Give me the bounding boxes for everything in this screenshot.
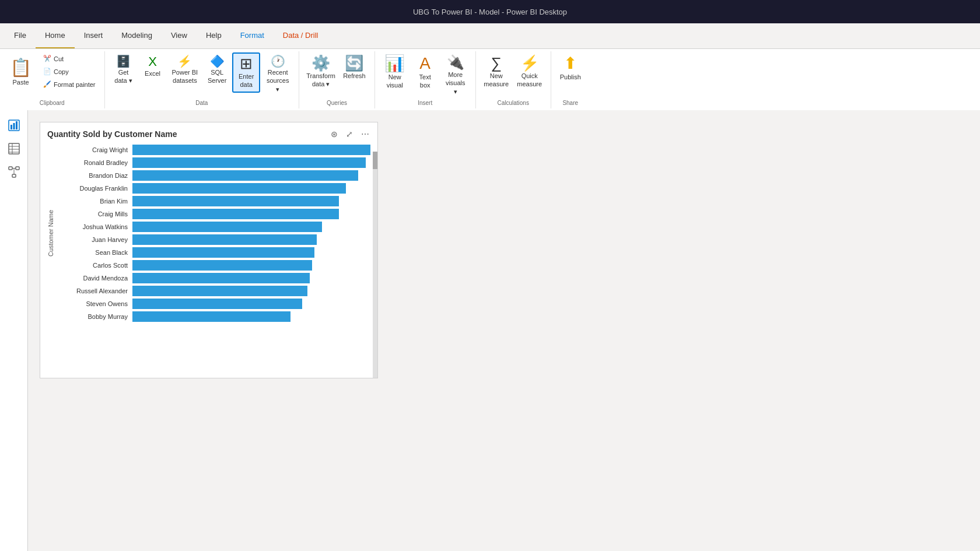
queries-items: ⚙️ Transformdata ▾ 🔄 Refresh	[304, 52, 370, 99]
excel-button[interactable]: X Excel	[139, 52, 167, 80]
sql-label: SQLServer	[208, 68, 226, 85]
text-box-button[interactable]: A Textbox	[411, 52, 439, 93]
scroll-thumb[interactable]	[373, 152, 377, 169]
bar-row: David Mendoza	[57, 273, 370, 283]
queries-group-label: Queries	[304, 99, 370, 107]
power-bi-datasets-button[interactable]: ⚡ Power BIdatasets	[168, 52, 202, 88]
paste-label: Paste	[12, 79, 29, 86]
menu-format[interactable]: Format	[231, 23, 274, 48]
publish-icon: ⬆	[564, 55, 577, 72]
clipboard-stack: ✂️ Cut 📄 Copy 🖌️ Format painter	[39, 52, 100, 90]
bar-row: Juan Harvey	[57, 234, 370, 245]
share-items: ⬆ Publish	[556, 52, 585, 99]
publish-button[interactable]: ⬆ Publish	[556, 52, 585, 84]
menu-data-drill[interactable]: Data / Drill	[274, 23, 328, 48]
chart-scrollbar[interactable]	[373, 152, 377, 378]
format-painter-icon: 🖌️	[43, 80, 51, 88]
bar-track	[132, 222, 370, 232]
sql-server-button[interactable]: 🔷 SQLServer	[203, 52, 231, 88]
filter-icon[interactable]: ⊛	[328, 128, 340, 140]
sql-icon: 🔷	[210, 55, 225, 67]
transform-data-button[interactable]: ⚙️ Transformdata ▾	[304, 52, 338, 92]
enter-data-label: Enterdata	[239, 72, 254, 89]
get-data-label: Getdata ▾	[114, 68, 132, 85]
recent-sources-label: Recentsources ▾	[265, 68, 290, 93]
sidebar-report[interactable]	[4, 115, 24, 136]
ribbon: 📋 Paste ✂️ Cut 📄 Copy 🖌️	[0, 49, 980, 111]
chart-title: Quantity Sold by Customer Name	[47, 129, 370, 139]
refresh-button[interactable]: 🔄 Refresh	[339, 52, 370, 83]
menu-home[interactable]: Home	[36, 23, 75, 48]
ribbon-group-queries: ⚙️ Transformdata ▾ 🔄 Refresh Queries	[299, 51, 375, 108]
new-visual-button[interactable]: 📊 New visual	[380, 52, 410, 93]
bar-label: Brandon Diaz	[57, 172, 132, 179]
svg-rect-11	[12, 174, 16, 177]
recent-sources-button[interactable]: 🕐 Recentsources ▾	[261, 52, 294, 96]
more-visuals-icon: 🔌	[447, 55, 464, 69]
quick-measure-icon: ⚡	[520, 55, 539, 71]
cut-button[interactable]: ✂️ Cut	[39, 52, 100, 65]
transform-data-label: Transformdata ▾	[306, 72, 335, 89]
new-measure-button[interactable]: ∑ Newmeasure	[481, 52, 512, 92]
bar-fill	[132, 145, 370, 155]
insert-group-label: Insert	[380, 99, 471, 107]
menu-file[interactable]: File	[5, 23, 36, 48]
bar-fill	[132, 247, 314, 258]
bar-fill	[132, 273, 310, 283]
sidebar-model[interactable]	[4, 162, 24, 183]
bar-row: Steven Owens	[57, 299, 370, 309]
bar-fill	[132, 234, 317, 245]
bar-track	[132, 273, 370, 283]
new-measure-label: Newmeasure	[484, 72, 509, 89]
transform-icon: ⚙️	[312, 55, 330, 71]
more-visuals-button[interactable]: 🔌 Morevisuals ▾	[440, 52, 471, 99]
enter-data-icon: ⊞	[240, 56, 253, 71]
bar-track	[132, 299, 370, 309]
svg-rect-3	[16, 121, 18, 129]
copy-button[interactable]: 📄 Copy	[39, 65, 100, 78]
focus-icon[interactable]: ⤢	[344, 128, 355, 140]
more-options-icon[interactable]: ⋯	[359, 128, 372, 140]
format-painter-button[interactable]: 🖌️ Format painter	[39, 78, 100, 90]
paste-button[interactable]: 📋 Paste	[5, 53, 37, 90]
cut-icon: ✂️	[43, 55, 51, 62]
ribbon-group-share: ⬆ Publish Share	[551, 51, 590, 108]
get-data-button[interactable]: 🗄️ Getdata ▾	[110, 52, 138, 88]
refresh-icon: 🔄	[345, 55, 363, 71]
recent-sources-icon: 🕐	[271, 55, 285, 67]
svg-rect-1	[10, 125, 12, 129]
left-sidebar	[0, 110, 28, 551]
enter-data-button[interactable]: ⊞ Enterdata	[232, 52, 260, 93]
menu-view[interactable]: View	[162, 23, 197, 48]
canvas: Quantity Sold by Customer Name ⊛ ⤢ ⋯ Cus…	[28, 110, 980, 551]
menu-modeling[interactable]: Modeling	[112, 23, 162, 48]
bar-label: Juan Harvey	[57, 236, 132, 243]
title-text: UBG To Power BI - Model - Power BI Deskt…	[413, 8, 567, 16]
cut-label: Cut	[54, 55, 64, 62]
bar-track	[132, 183, 370, 194]
svg-rect-2	[13, 123, 15, 129]
title-bar: UBG To Power BI - Model - Power BI Deskt…	[0, 0, 980, 23]
bar-row: Russell Alexander	[57, 286, 370, 296]
bar-fill	[132, 157, 366, 168]
bar-label: Ronald Bradley	[57, 159, 132, 166]
visual-container[interactable]: Quantity Sold by Customer Name ⊛ ⤢ ⋯ Cus…	[40, 122, 378, 378]
calculations-items: ∑ Newmeasure ⚡ Quickmeasure	[481, 52, 546, 99]
bar-track	[132, 234, 370, 245]
menu-insert[interactable]: Insert	[75, 23, 113, 48]
bar-row: Bobby Murray	[57, 311, 370, 322]
bar-fill	[132, 170, 358, 181]
bar-fill	[132, 299, 302, 309]
sidebar-data[interactable]	[4, 138, 24, 159]
excel-icon: X	[148, 55, 157, 68]
svg-rect-9	[9, 167, 12, 170]
copy-icon: 📄	[43, 68, 51, 75]
bar-row: Craig Wright	[57, 145, 370, 155]
bar-row: Brandon Diaz	[57, 170, 370, 181]
bar-label: Craig Wright	[57, 146, 132, 153]
bar-fill	[132, 286, 307, 296]
menu-help[interactable]: Help	[197, 23, 231, 48]
clipboard-group-label: Clipboard	[5, 99, 100, 107]
new-visual-icon: 📊	[384, 55, 405, 72]
quick-measure-button[interactable]: ⚡ Quickmeasure	[513, 52, 546, 92]
